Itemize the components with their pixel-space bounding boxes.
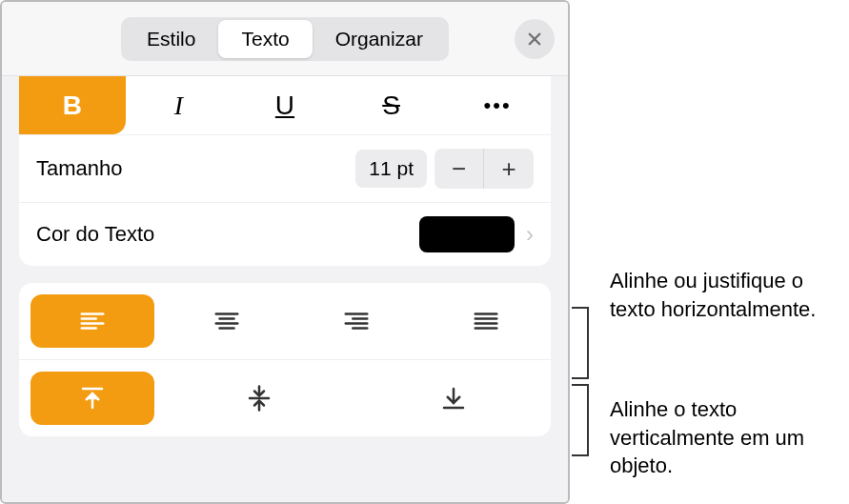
size-increase-button[interactable]: + [484,149,534,189]
size-row: Tamanho 11 pt − + [19,135,551,203]
vertical-alignment-row [19,360,551,436]
italic-button[interactable]: I [126,76,232,134]
align-center-button[interactable] [162,294,292,348]
segmented-control: Estilo Texto Organizar [121,17,449,61]
tab-style[interactable]: Estilo [124,20,218,58]
callout-horizontal-alignment: Alinhe ou justifique o texto horizontalm… [610,267,848,323]
callout-vertical-alignment: Alinhe o texto verticalmente em um objet… [610,395,848,480]
size-controls: 11 pt − + [355,149,534,189]
bold-button[interactable]: B [19,76,126,134]
text-style-card: B I U S ••• Tamanho 11 pt − + Cor do Tex… [19,76,551,266]
callout-bracket-vertical [572,384,589,456]
text-color-swatch[interactable] [419,216,515,252]
align-left-icon [78,307,107,335]
valign-bottom-icon [439,384,468,413]
align-justify-icon [472,307,500,335]
text-color-label: Cor do Texto [36,222,154,247]
align-right-icon [342,307,371,335]
tab-text[interactable]: Texto [218,20,312,58]
valign-top-button[interactable] [30,372,154,425]
scroll-area[interactable]: B I U S ••• Tamanho 11 pt − + Cor do Tex… [2,76,568,502]
align-right-button[interactable] [292,294,421,348]
close-button[interactable] [515,19,555,59]
align-left-button[interactable] [30,294,154,348]
tab-arrange[interactable]: Organizar [313,20,446,58]
text-style-row: B I U S ••• [19,76,551,135]
size-label: Tamanho [36,156,123,181]
underline-button[interactable]: U [232,76,338,134]
close-icon [526,30,543,48]
size-value[interactable]: 11 pt [355,150,427,188]
tabs-bar: Estilo Texto Organizar [2,2,568,76]
horizontal-alignment-row [19,283,551,360]
size-decrease-button[interactable]: − [435,149,484,189]
valign-middle-icon [245,384,273,413]
callout-bracket-horizontal [572,307,589,379]
more-options-button[interactable]: ••• [444,76,551,134]
align-justify-button[interactable] [421,294,551,348]
align-center-icon [212,307,241,335]
valign-middle-button[interactable] [162,372,356,425]
valign-top-icon [78,384,107,413]
format-inspector-panel: Estilo Texto Organizar B I U S ••• Taman… [0,0,570,504]
size-stepper: − + [435,149,534,189]
strikethrough-button[interactable]: S [338,76,445,134]
text-color-disclosure: › [419,216,534,252]
chevron-right-icon: › [526,221,534,248]
alignment-card [19,283,551,436]
valign-bottom-button[interactable] [356,372,551,425]
text-color-row[interactable]: Cor do Texto › [19,203,551,266]
